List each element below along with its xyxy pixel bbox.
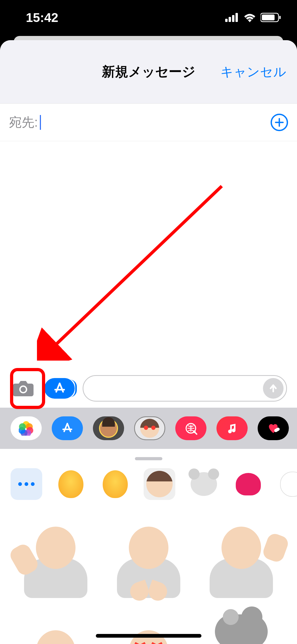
avatar-mouse[interactable] [188,468,220,500]
home-indicator[interactable] [96,634,201,638]
avatar-cow[interactable] [277,468,297,500]
svg-point-17 [19,423,26,430]
search-grid-icon [184,422,197,435]
photos-icon [19,421,34,436]
app-drawer-button[interactable] [44,378,75,399]
camera-button[interactable] [10,375,36,402]
svg-line-8 [50,186,222,350]
sticker-mind-blown[interactable] [199,611,284,644]
ellipsis-icon [18,482,35,486]
tray-music[interactable] [216,416,248,440]
avatar-custom-memoji[interactable] [144,468,175,500]
avatar-octopus[interactable] [232,468,264,500]
status-time: 15:42 [26,10,58,25]
status-icons [225,13,281,22]
avatar-picker-row[interactable] [0,468,297,500]
avatar-yellow-2[interactable] [99,468,131,500]
tray-memoji-stickers[interactable] [134,416,165,440]
message-input-row [0,371,297,406]
cellular-signal-icon [225,13,239,22]
svg-rect-5 [262,15,275,20]
send-button[interactable] [263,378,284,399]
cancel-button[interactable]: キャンセル [220,63,286,80]
sticker-laugh-cry[interactable] [13,611,98,644]
arrow-up-icon [268,383,279,394]
svg-rect-6 [279,16,281,19]
svg-rect-3 [235,13,238,22]
sticker-grid [0,500,297,644]
music-note-icon [226,422,238,434]
sticker-call-me[interactable] [13,516,98,601]
tray-memoji-camera[interactable] [93,416,124,440]
memoji-drawer[interactable] [0,451,297,644]
svg-rect-1 [229,17,231,22]
tray-images-search[interactable] [175,416,206,440]
nav-title: 新規メッセージ [102,63,195,81]
wifi-icon [243,13,256,22]
avatar-more-button[interactable] [11,468,42,500]
add-contact-button[interactable] [271,114,288,131]
new-message-sheet: 新規メッセージ キャンセル 宛先: [0,40,297,644]
annotation-arrow [37,176,232,361]
tray-photos[interactable] [11,416,42,440]
svg-line-20 [195,433,197,434]
app-store-icon [61,422,73,434]
imessage-app-tray[interactable] [0,408,297,449]
sticker-heart-eyes[interactable] [106,611,191,644]
sticker-wave[interactable] [199,516,284,601]
svg-rect-2 [232,15,234,22]
status-bar: 15:42 [0,0,297,35]
sticker-heart-hands[interactable] [106,516,191,601]
svg-rect-0 [225,19,228,22]
plus-icon [274,117,285,128]
tray-fitness[interactable] [258,416,289,440]
avatar-yellow-1[interactable] [55,468,87,500]
svg-point-10 [21,387,26,392]
to-label: 宛先: [9,114,38,131]
message-input[interactable] [83,375,287,402]
camera-icon [12,380,34,397]
to-field-row[interactable]: 宛先: [0,104,297,141]
drawer-grabber[interactable] [135,457,162,460]
battery-icon [261,13,281,22]
tray-app-store[interactable] [52,416,83,440]
nav-header: 新規メッセージ キャンセル [0,40,297,104]
text-cursor [40,115,41,130]
app-store-icon [53,382,66,395]
heart-pills-icon [266,422,280,434]
